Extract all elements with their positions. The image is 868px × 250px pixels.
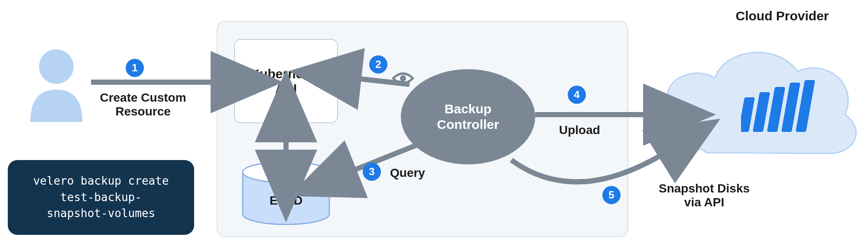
step-badge-2: 2 [369, 55, 387, 74]
cmd-line-1: velero backup create [23, 173, 179, 189]
query-label: Query [390, 166, 425, 180]
svg-rect-7 [753, 92, 770, 132]
backup-controller: Backup Controller [401, 69, 535, 164]
upload-label: Upload [559, 123, 600, 137]
command-box: velero backup create test-backup- snapsh… [8, 160, 194, 235]
step-badge-5: 5 [602, 186, 621, 204]
cmd-line-3: snapshot-volumes [23, 205, 179, 222]
watch-eye-icon [392, 71, 414, 86]
step-badge-4: 4 [568, 86, 586, 104]
kubernetes-api-box: Kubernetes API [234, 39, 338, 123]
cloud-storage-glyph-icon [741, 80, 815, 136]
user-icon [26, 48, 87, 122]
svg-rect-6 [741, 97, 755, 132]
etcd-cylinder [241, 160, 332, 225]
step-badge-3: 3 [363, 163, 381, 181]
etcd-label: ETCD [241, 194, 332, 208]
svg-point-17 [400, 75, 406, 81]
cloud-provider-title: Cloud Provider [702, 9, 862, 23]
step-badge-1: 1 [126, 59, 144, 77]
backup-controller-label: Backup Controller [437, 101, 499, 132]
svg-point-5 [243, 162, 329, 183]
svg-point-0 [39, 49, 74, 84]
kubernetes-api-label: Kubernetes API [250, 67, 322, 96]
cmd-line-2: test-backup- [23, 189, 179, 206]
snapshot-label: Snapshot Disks via API [633, 182, 776, 209]
create-resource-label: Create Custom Resource [82, 91, 204, 119]
